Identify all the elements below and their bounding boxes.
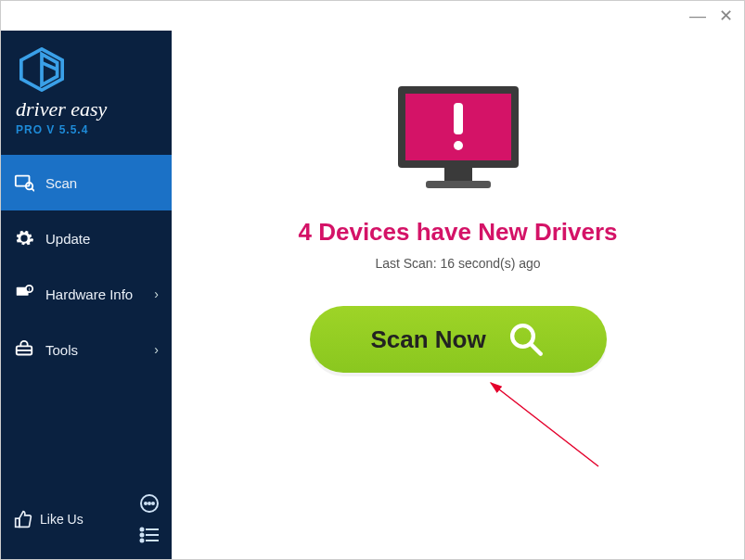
logo-area: driver easy PRO V 5.5.4 xyxy=(1,31,172,149)
thumbs-up-icon xyxy=(14,510,32,528)
sidebar: driver easy PRO V 5.5.4 Scan xyxy=(1,31,172,559)
scan-now-button[interactable]: Scan Now xyxy=(310,306,607,373)
svg-text:i: i xyxy=(29,286,30,292)
scan-now-label: Scan Now xyxy=(370,325,485,354)
svg-point-13 xyxy=(148,503,150,504)
app-version: PRO V 5.5.4 xyxy=(16,123,157,136)
svg-rect-23 xyxy=(444,168,472,181)
last-scan-text: Last Scan: 16 second(s) ago xyxy=(375,256,540,271)
sidebar-item-label: Scan xyxy=(45,175,77,191)
close-button[interactable]: ✕ xyxy=(719,7,733,24)
sidebar-item-update[interactable]: Update xyxy=(1,210,172,266)
sidebar-item-scan[interactable]: Scan xyxy=(1,155,172,210)
status-text: 4 Devices have New Drivers xyxy=(299,218,618,247)
alert-monitor-icon xyxy=(389,83,528,201)
sidebar-item-label: Hardware Info xyxy=(45,286,133,302)
svg-point-12 xyxy=(145,503,147,504)
annotation-arrow-icon xyxy=(478,374,608,476)
chat-icon[interactable] xyxy=(138,492,161,515)
minimize-button[interactable]: — xyxy=(689,7,706,24)
magnifier-icon xyxy=(507,320,546,359)
sidebar-nav: Scan Update i Hardware xyxy=(1,155,172,377)
scan-icon xyxy=(14,172,34,193)
app-name: driver easy xyxy=(16,97,157,121)
toolbox-icon xyxy=(14,339,34,360)
window-titlebar: — ✕ xyxy=(1,1,744,31)
svg-rect-25 xyxy=(454,103,463,134)
svg-line-4 xyxy=(32,188,34,191)
app-logo-icon xyxy=(16,47,68,92)
svg-point-15 xyxy=(141,528,144,531)
hardware-icon: i xyxy=(14,284,34,304)
like-us-button[interactable]: Like Us xyxy=(14,510,83,528)
chevron-right-icon: › xyxy=(154,342,159,357)
svg-line-29 xyxy=(491,383,598,466)
menu-list-icon[interactable] xyxy=(138,524,161,546)
svg-line-28 xyxy=(531,344,541,354)
sidebar-item-label: Update xyxy=(45,231,90,247)
sidebar-bottom: Like Us xyxy=(1,483,172,559)
like-us-label: Like Us xyxy=(40,512,83,527)
svg-point-19 xyxy=(141,540,144,542)
main-content: 4 Devices have New Drivers Last Scan: 16… xyxy=(172,31,744,559)
svg-rect-24 xyxy=(426,181,491,188)
svg-rect-2 xyxy=(16,176,30,186)
svg-point-14 xyxy=(152,503,154,504)
chevron-right-icon: › xyxy=(154,286,159,301)
svg-rect-10 xyxy=(16,518,19,527)
gear-icon xyxy=(14,228,34,248)
svg-line-1 xyxy=(42,63,58,70)
sidebar-item-tools[interactable]: Tools › xyxy=(1,322,172,377)
sidebar-item-label: Tools xyxy=(45,342,78,358)
sidebar-item-hardware-info[interactable]: i Hardware Info › xyxy=(1,266,172,322)
svg-point-17 xyxy=(141,534,144,537)
svg-point-26 xyxy=(454,141,463,150)
